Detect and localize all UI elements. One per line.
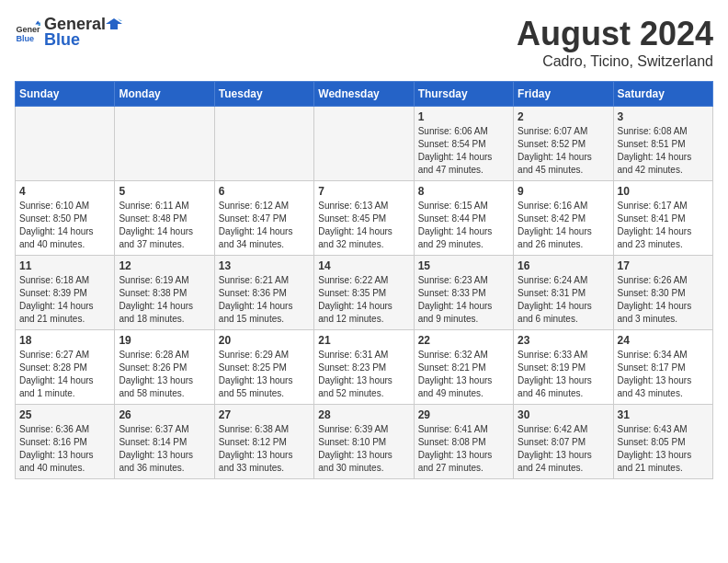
calendar-day-cell: 14Sunrise: 6:22 AM Sunset: 8:35 PM Dayli… [314, 256, 414, 330]
day-number: 3 [618, 110, 709, 123]
day-info: Sunrise: 6:10 AM Sunset: 8:50 PM Dayligh… [19, 200, 110, 251]
calendar-day-cell: 5Sunrise: 6:11 AM Sunset: 8:48 PM Daylig… [115, 181, 214, 256]
day-info: Sunrise: 6:16 AM Sunset: 8:42 PM Dayligh… [518, 200, 609, 251]
calendar-day-cell: 17Sunrise: 6:26 AM Sunset: 8:30 PM Dayli… [613, 256, 712, 330]
day-number: 24 [618, 334, 709, 347]
calendar-day-cell: 1Sunrise: 6:06 AM Sunset: 8:54 PM Daylig… [414, 107, 513, 181]
day-number: 14 [318, 259, 409, 272]
day-info: Sunrise: 6:41 AM Sunset: 8:08 PM Dayligh… [418, 423, 509, 475]
day-info: Sunrise: 6:36 AM Sunset: 8:16 PM Dayligh… [19, 423, 110, 475]
col-tuesday: Tuesday [214, 82, 313, 107]
day-number: 29 [418, 408, 509, 421]
svg-marker-5 [118, 18, 122, 21]
calendar-day-cell: 12Sunrise: 6:19 AM Sunset: 8:38 PM Dayli… [115, 256, 214, 330]
logo: General Blue General Blue [15, 15, 122, 50]
day-info: Sunrise: 6:33 AM Sunset: 8:19 PM Dayligh… [518, 349, 609, 400]
calendar-day-cell: 13Sunrise: 6:21 AM Sunset: 8:36 PM Dayli… [214, 256, 313, 330]
day-number: 21 [318, 334, 409, 347]
day-info: Sunrise: 6:34 AM Sunset: 8:17 PM Dayligh… [618, 349, 709, 400]
day-number: 28 [318, 408, 409, 421]
calendar-day-cell [16, 107, 115, 181]
day-number: 10 [618, 185, 709, 198]
calendar-day-cell: 25Sunrise: 6:36 AM Sunset: 8:16 PM Dayli… [16, 405, 115, 479]
day-info: Sunrise: 6:23 AM Sunset: 8:33 PM Dayligh… [418, 274, 509, 326]
day-info: Sunrise: 6:31 AM Sunset: 8:23 PM Dayligh… [318, 349, 409, 400]
day-number: 18 [19, 334, 110, 347]
calendar-day-cell: 27Sunrise: 6:38 AM Sunset: 8:12 PM Dayli… [214, 405, 313, 479]
calendar-day-cell: 30Sunrise: 6:42 AM Sunset: 8:07 PM Dayli… [514, 405, 613, 479]
calendar-week-row: 11Sunrise: 6:18 AM Sunset: 8:39 PM Dayli… [16, 256, 713, 330]
day-info: Sunrise: 6:43 AM Sunset: 8:05 PM Dayligh… [618, 423, 709, 475]
day-number: 4 [19, 185, 110, 198]
day-info: Sunrise: 6:26 AM Sunset: 8:30 PM Dayligh… [618, 274, 709, 326]
logo-icon: General Blue [15, 19, 40, 45]
day-info: Sunrise: 6:28 AM Sunset: 8:26 PM Dayligh… [119, 349, 210, 400]
calendar-day-cell [314, 107, 414, 181]
calendar-day-cell: 10Sunrise: 6:17 AM Sunset: 8:41 PM Dayli… [613, 181, 712, 256]
calendar-day-cell: 22Sunrise: 6:32 AM Sunset: 8:21 PM Dayli… [414, 330, 513, 405]
day-number: 9 [518, 185, 609, 198]
day-number: 13 [219, 259, 310, 272]
calendar-day-cell: 23Sunrise: 6:33 AM Sunset: 8:19 PM Dayli… [514, 330, 613, 405]
day-number: 7 [318, 185, 409, 198]
col-sunday: Sunday [16, 82, 115, 107]
col-friday: Friday [514, 82, 613, 107]
calendar-day-cell: 8Sunrise: 6:15 AM Sunset: 8:44 PM Daylig… [414, 181, 513, 256]
day-info: Sunrise: 6:11 AM Sunset: 8:48 PM Dayligh… [119, 200, 210, 251]
day-info: Sunrise: 6:07 AM Sunset: 8:52 PM Dayligh… [518, 125, 609, 177]
calendar-day-cell: 26Sunrise: 6:37 AM Sunset: 8:14 PM Dayli… [115, 405, 214, 479]
month-year-title: August 2024 [517, 15, 713, 53]
logo-bird-icon [106, 17, 122, 33]
day-info: Sunrise: 6:18 AM Sunset: 8:39 PM Dayligh… [19, 274, 110, 326]
day-info: Sunrise: 6:22 AM Sunset: 8:35 PM Dayligh… [318, 274, 409, 326]
calendar-week-row: 1Sunrise: 6:06 AM Sunset: 8:54 PM Daylig… [16, 107, 713, 181]
calendar-day-cell: 20Sunrise: 6:29 AM Sunset: 8:25 PM Dayli… [214, 330, 313, 405]
svg-text:General: General [16, 25, 40, 34]
calendar-day-cell: 15Sunrise: 6:23 AM Sunset: 8:33 PM Dayli… [414, 256, 513, 330]
day-number: 27 [219, 408, 310, 421]
calendar-day-cell: 24Sunrise: 6:34 AM Sunset: 8:17 PM Dayli… [613, 330, 712, 405]
calendar-header-row: Sunday Monday Tuesday Wednesday Thursday… [16, 82, 713, 107]
day-info: Sunrise: 6:17 AM Sunset: 8:41 PM Dayligh… [618, 200, 709, 251]
day-number: 19 [119, 334, 210, 347]
calendar-day-cell: 29Sunrise: 6:41 AM Sunset: 8:08 PM Dayli… [414, 405, 513, 479]
day-info: Sunrise: 6:37 AM Sunset: 8:14 PM Dayligh… [119, 423, 210, 475]
calendar-day-cell: 21Sunrise: 6:31 AM Sunset: 8:23 PM Dayli… [314, 330, 414, 405]
calendar-day-cell: 28Sunrise: 6:39 AM Sunset: 8:10 PM Dayli… [314, 405, 414, 479]
col-thursday: Thursday [414, 82, 513, 107]
day-number: 6 [219, 185, 310, 198]
col-monday: Monday [115, 82, 214, 107]
day-number: 8 [418, 185, 509, 198]
calendar-day-cell: 11Sunrise: 6:18 AM Sunset: 8:39 PM Dayli… [16, 256, 115, 330]
calendar-day-cell: 6Sunrise: 6:12 AM Sunset: 8:47 PM Daylig… [214, 181, 313, 256]
day-info: Sunrise: 6:39 AM Sunset: 8:10 PM Dayligh… [318, 423, 409, 475]
calendar-table: Sunday Monday Tuesday Wednesday Thursday… [15, 81, 713, 479]
day-info: Sunrise: 6:27 AM Sunset: 8:28 PM Dayligh… [19, 349, 110, 400]
day-info: Sunrise: 6:38 AM Sunset: 8:12 PM Dayligh… [219, 423, 310, 475]
day-number: 20 [219, 334, 310, 347]
day-info: Sunrise: 6:24 AM Sunset: 8:31 PM Dayligh… [518, 274, 609, 326]
day-info: Sunrise: 6:06 AM Sunset: 8:54 PM Dayligh… [418, 125, 509, 177]
day-info: Sunrise: 6:29 AM Sunset: 8:25 PM Dayligh… [219, 349, 310, 400]
title-area: August 2024 Cadro, Ticino, Switzerland [517, 15, 713, 70]
day-number: 2 [518, 110, 609, 123]
day-info: Sunrise: 6:42 AM Sunset: 8:07 PM Dayligh… [518, 423, 609, 475]
calendar-day-cell: 7Sunrise: 6:13 AM Sunset: 8:45 PM Daylig… [314, 181, 414, 256]
day-info: Sunrise: 6:15 AM Sunset: 8:44 PM Dayligh… [418, 200, 509, 251]
calendar-day-cell: 3Sunrise: 6:08 AM Sunset: 8:51 PM Daylig… [613, 107, 712, 181]
location-subtitle: Cadro, Ticino, Switzerland [517, 53, 713, 70]
day-number: 1 [418, 110, 509, 123]
day-number: 30 [518, 408, 609, 421]
svg-text:Blue: Blue [16, 34, 34, 43]
day-number: 12 [119, 259, 210, 272]
day-info: Sunrise: 6:32 AM Sunset: 8:21 PM Dayligh… [418, 349, 509, 400]
day-number: 25 [19, 408, 110, 421]
calendar-week-row: 18Sunrise: 6:27 AM Sunset: 8:28 PM Dayli… [16, 330, 713, 405]
calendar-day-cell [115, 107, 214, 181]
calendar-week-row: 25Sunrise: 6:36 AM Sunset: 8:16 PM Dayli… [16, 405, 713, 479]
day-info: Sunrise: 6:19 AM Sunset: 8:38 PM Dayligh… [119, 274, 210, 326]
day-info: Sunrise: 6:21 AM Sunset: 8:36 PM Dayligh… [219, 274, 310, 326]
col-saturday: Saturday [613, 82, 712, 107]
day-info: Sunrise: 6:12 AM Sunset: 8:47 PM Dayligh… [219, 200, 310, 251]
day-number: 11 [19, 259, 110, 272]
